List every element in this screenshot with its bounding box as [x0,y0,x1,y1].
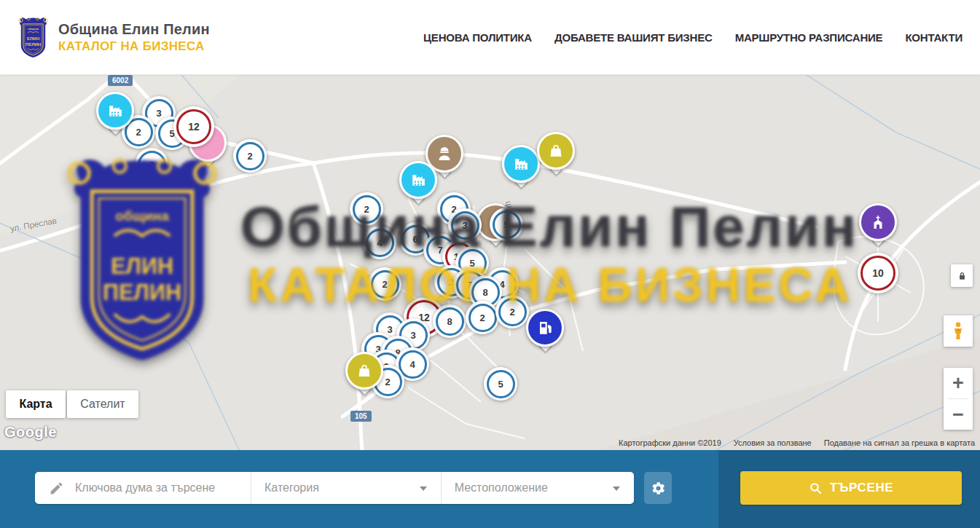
pin-circle [502,145,540,183]
cluster-count: 2 [364,204,369,215]
zoom-in-button[interactable]: + [944,368,973,398]
map-cluster[interactable]: 2 [233,139,267,173]
pin-circle [96,92,134,130]
cluster-count: 4 [377,237,382,248]
cluster-count: 5 [503,219,509,230]
zoom-control: + − [944,368,973,430]
nav-item[interactable]: КОНТАКТИ [905,31,963,44]
attribution-link[interactable]: Подаване на сигнал за грешка в картата [824,438,975,447]
attribution-link[interactable]: Условия за ползване [734,438,812,447]
map-cluster[interactable]: 12 [173,106,214,147]
cluster-ring: 2 [353,195,381,224]
advanced-search-button[interactable] [644,472,672,504]
map-type-control: Карта Сателит [6,390,138,418]
map-pin-bag[interactable] [345,352,383,393]
cluster-count: 5 [498,379,503,390]
cluster-count: 2 [509,307,514,318]
pin-circle [859,203,897,241]
factory-icon [512,155,530,173]
factory-icon [409,171,428,189]
cluster-ring: 2 [371,270,399,299]
factory-icon [106,102,125,120]
map-cluster[interactable]: 2 [466,301,499,334]
map-cluster[interactable]: 8 [433,304,466,338]
map-pin-bag[interactable] [537,132,575,173]
cluster-ring: 12 [176,109,211,144]
pencil-icon [49,481,64,496]
cluster-ring: 4 [366,229,394,257]
cluster-count: 2 [382,279,387,290]
church-icon [869,213,887,231]
cluster-count: 3 [387,324,392,335]
shopping-bag-icon [547,142,565,159]
cluster-count: 3 [156,108,161,119]
map-canvas[interactable]: 6002105ул. Преславбул. „Новоселции 32512… [0,74,980,450]
map-cluster[interactable]: 5 [490,208,523,241]
map-cluster[interactable]: 5 [484,367,517,401]
google-logo[interactable]: Google [4,424,57,441]
search-bar: Категория Местоположение [35,472,634,504]
cluster-count: 3 [410,330,415,341]
cluster-count: 6 [412,234,418,245]
cluster-ring: 5 [493,210,521,239]
map-data-copyright: Картографски данни ©2019 [619,438,721,447]
nav-item[interactable]: ДОБАВЕТЕ ВАШИЯТ БИЗНЕС [554,31,713,44]
municipality-crest-icon [16,17,50,58]
worker-icon [436,145,453,162]
cluster-ring: 5 [487,370,515,398]
cluster-ring: 3 [451,211,479,240]
map-pin-factory[interactable] [96,92,134,133]
map-pin-factory[interactable] [502,145,540,186]
pin-circle [399,161,437,199]
cluster-count: 2 [247,151,252,162]
logo[interactable]: Община Елин Пелин КАТАЛОГ НА БИЗНЕСА [16,17,210,58]
search-bar-panel: Категория Местоположение ТЪРСЕНЕ [0,450,980,528]
pegman-icon [950,321,966,342]
cluster-count: 2 [136,127,141,138]
cluster-count: 12 [188,121,200,133]
cluster-ring: 2 [498,298,527,326]
search-submit-button[interactable]: ТЪРСЕНЕ [740,471,962,505]
map-pin-church[interactable] [859,203,897,244]
location-dropdown[interactable]: Местоположение [441,472,634,504]
header: Община Елин Пелин КАТАЛОГ НА БИЗНЕСА ЦЕН… [0,0,980,75]
location-dropdown-label: Местоположение [455,481,548,494]
cluster-count: 2 [149,159,154,170]
cluster-count: 2 [385,377,390,387]
map-cluster[interactable]: 10 [858,253,898,293]
map-cluster[interactable]: 4 [363,226,396,259]
map-cluster[interactable]: 2 [350,192,383,226]
cluster-count: 4 [409,359,415,370]
map-cluster[interactable]: 2 [368,267,401,301]
nav-item[interactable]: ЦЕНОВА ПОЛИТИКА [423,31,532,44]
category-dropdown-label: Категория [264,481,319,494]
map-pin-factory[interactable] [399,161,437,202]
keyword-search-input[interactable] [74,481,244,495]
pin-circle [345,352,383,390]
cluster-count: 10 [872,267,884,279]
street-view-pegman-button[interactable] [944,315,973,347]
search-button-label: ТЪРСЕНЕ [830,481,894,495]
zoom-out-button[interactable]: − [944,399,973,430]
keyword-section [35,472,251,504]
nav-item[interactable]: МАРШРУТНО РАЗПИСАНИЕ [735,31,883,44]
cluster-count: 3 [462,220,467,231]
map-pin-fuel[interactable] [526,309,564,350]
map-cluster[interactable]: 2 [135,148,168,181]
fullscreen-lock-button[interactable] [951,264,973,287]
map-cluster[interactable]: 2 [495,295,529,328]
cluster-ring: 2 [236,142,264,170]
site-title: Община Елин Пелин [58,21,210,38]
pin-circle [537,132,575,170]
map-cluster[interactable]: 3 [448,208,482,242]
search-icon [809,481,823,495]
cluster-ring: 10 [861,256,895,291]
lock-icon [957,270,968,282]
cluster-ring: 8 [436,307,464,336]
map-type-button-satellite[interactable]: Сателит [67,390,138,418]
road-number-badge: 105 [350,411,372,422]
map-type-button-map[interactable]: Карта [6,390,66,418]
cluster-count: 2 [479,312,485,323]
category-dropdown[interactable]: Категория [251,472,441,504]
cluster-ring: 2 [469,304,497,332]
